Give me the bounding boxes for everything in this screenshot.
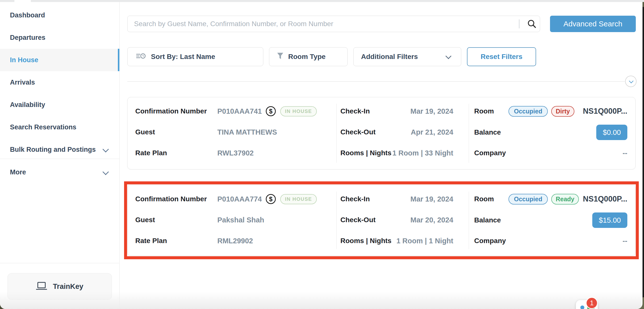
filter-funnel-icon (277, 52, 284, 62)
chevron-down-icon (629, 79, 633, 83)
search-bar (127, 16, 540, 32)
advanced-search-button[interactable]: Advanced Search (550, 16, 636, 32)
guest-value: Pakshal Shah (217, 216, 264, 224)
card-divider (469, 192, 469, 249)
reservation-card[interactable]: Confirmation Number P010AAA774 $ IN HOUS… (127, 185, 636, 256)
rate-plan-label: Rate Plan (135, 237, 217, 245)
sidebar-item-label: In House (10, 56, 38, 64)
window-top-strip (0, 0, 644, 2)
sidebar-item-label: Bulk Routing and Postings (10, 146, 96, 154)
sidebar-item-label: Arrivals (10, 79, 35, 86)
trainkey-label: TrainKey (53, 282, 84, 290)
laptop-icon (36, 282, 47, 291)
check-in-label: Check-In (340, 195, 370, 203)
company-value: -- (622, 237, 627, 245)
sort-by-label: Sort By: Last Name (151, 53, 215, 61)
notification-count: 1 (590, 299, 594, 307)
check-out-label: Check-Out (340, 128, 376, 136)
check-in-value: Mar 19, 2024 (410, 195, 453, 203)
window-top-strip-notch (14, 0, 31, 2)
section-divider (127, 81, 625, 82)
guest-label: Guest (135, 128, 217, 136)
sidebar-item-label: More (10, 168, 26, 176)
card-divider (469, 104, 469, 163)
confirmation-number-label: Confirmation Number (135, 107, 217, 115)
balance-button[interactable]: $0.00 (596, 125, 627, 140)
room-status-pill: Occupied (508, 194, 548, 204)
search-input[interactable] (128, 20, 519, 28)
sort-icon (136, 52, 146, 62)
guest-value: TINA MATTHEWS (217, 128, 277, 136)
reservation-card[interactable]: Confirmation Number P010AAA741 $ IN HOUS… (127, 97, 636, 169)
collapse-toggle[interactable] (625, 76, 636, 87)
sidebar-item-dashboard[interactable]: Dashboard (0, 4, 119, 26)
room-number: NS1Q000P... (583, 195, 627, 203)
balance-label: Balance (474, 216, 505, 224)
additional-filters-label: Additional Filters (361, 53, 418, 61)
sidebar-item-availability[interactable]: Availability (0, 94, 119, 116)
sidebar-item-in-house[interactable]: In House (0, 49, 119, 71)
rate-plan-label: Rate Plan (135, 149, 217, 157)
balance-label: Balance (474, 128, 505, 136)
reset-filters-button[interactable]: Reset Filters (467, 47, 536, 66)
sidebar-item-more[interactable]: More (0, 161, 119, 183)
check-out-value: Mar 20, 2024 (410, 216, 453, 224)
app-window: Dashboard Departures In House Arrivals A… (0, 0, 642, 309)
guest-label: Guest (135, 216, 217, 224)
additional-filters-button[interactable]: Additional Filters (353, 47, 461, 66)
sidebar-item-label: Search Reservations (10, 123, 76, 131)
card-divider (336, 104, 337, 163)
check-in-label: Check-In (340, 107, 370, 115)
status-badge: IN HOUSE (280, 194, 317, 204)
housekeeping-status-pill: Dirty (551, 106, 574, 117)
room-status-pill: Occupied (508, 106, 548, 117)
room-number: NS1Q000P... (583, 107, 627, 116)
sidebar: Dashboard Departures In House Arrivals A… (0, 2, 120, 309)
sidebar-item-arrivals[interactable]: Arrivals (0, 71, 119, 94)
rooms-nights-label: Rooms | Nights (340, 149, 391, 157)
sidebar-item-bulk-routing[interactable]: Bulk Routing and Postings (0, 138, 119, 161)
company-value: -- (622, 149, 627, 157)
dollar-icon[interactable]: $ (266, 106, 276, 116)
confirmation-number-label: Confirmation Number (135, 195, 217, 203)
room-label: Room (474, 107, 505, 115)
notification-badge: 1 (586, 297, 598, 309)
chevron-down-icon (102, 146, 109, 152)
sidebar-item-label: Dashboard (10, 12, 45, 19)
housekeeping-status-pill: Ready (551, 194, 579, 204)
balance-button[interactable]: $15.00 (592, 212, 627, 228)
room-type-label: Room Type (288, 53, 326, 61)
sort-by-button[interactable]: Sort By: Last Name (127, 47, 263, 66)
company-label: Company (474, 237, 505, 245)
rooms-nights-value: 1 Room | 33 Night (392, 149, 453, 157)
company-label: Company (474, 149, 505, 157)
card-divider (336, 192, 337, 249)
check-out-label: Check-Out (340, 216, 376, 224)
chevron-down-icon (102, 169, 109, 175)
search-separator (519, 20, 520, 28)
chevron-down-icon (445, 53, 451, 59)
sidebar-divider (0, 159, 119, 159)
right-edge-strip (642, 7, 644, 297)
sidebar-bottom-divider (0, 263, 119, 263)
rooms-nights-label: Rooms | Nights (340, 237, 391, 245)
sidebar-item-label: Availability (10, 101, 45, 109)
check-in-value: Mar 19, 2024 (410, 107, 453, 115)
dollar-icon[interactable]: $ (266, 194, 276, 204)
rate-plan-value: RML29902 (217, 237, 253, 245)
status-badge: IN HOUSE (280, 106, 317, 116)
search-icon[interactable] (524, 16, 540, 32)
confirmation-number-value: P010AAA741 (217, 107, 262, 115)
sidebar-item-departures[interactable]: Departures (0, 26, 119, 49)
room-type-button[interactable]: Room Type (269, 47, 348, 66)
rate-plan-value: RWL37902 (217, 149, 254, 157)
sidebar-item-label: Departures (10, 34, 46, 42)
confirmation-number-value: P010AAA774 (217, 195, 262, 203)
check-out-value: Apr 21, 2024 (411, 128, 453, 136)
bottom-fade (0, 291, 641, 309)
room-label: Room (474, 195, 505, 203)
sidebar-item-search-reservations[interactable]: Search Reservations (0, 116, 119, 138)
rooms-nights-value: 1 Room | 1 Night (396, 237, 453, 245)
